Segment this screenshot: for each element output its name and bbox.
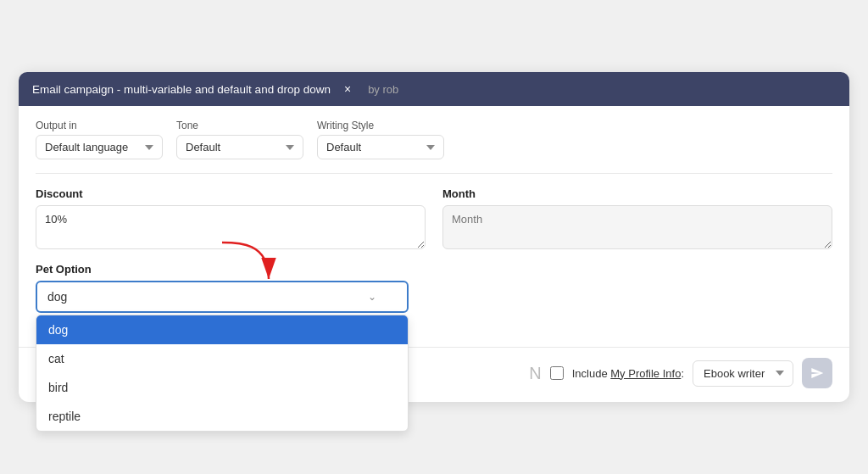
toolbar: Output in Default language English Spani… (36, 120, 832, 174)
n-label: N (529, 364, 541, 383)
discount-label: Discount (36, 187, 426, 200)
pet-option-section: Pet Option dog ⌄ dog (36, 263, 832, 313)
month-group: Month (442, 187, 832, 249)
chevron-down-icon: ⌄ (368, 291, 376, 303)
pet-dropdown-menu: dog cat bird reptile (36, 315, 409, 432)
output-group: Output in Default language English Spani… (36, 120, 163, 159)
my-profile-info-link[interactable]: My Profile Info (610, 367, 681, 380)
tone-select[interactable]: Default Formal Casual Friendly (176, 135, 303, 159)
month-label: Month (442, 187, 832, 200)
dropdown-item-cat[interactable]: cat (36, 344, 408, 373)
output-label: Output in (36, 120, 163, 131)
main-card: Email campaign - multi-variable and defa… (19, 72, 849, 402)
writer-select[interactable]: Ebook writer Blog writer Copywriter (693, 360, 793, 387)
discount-group: Discount 10% (36, 187, 426, 249)
dropdown-item-bird[interactable]: bird (36, 373, 408, 402)
include-text: Include (572, 367, 611, 380)
send-icon (810, 366, 824, 380)
pet-option-label: Pet Option (36, 263, 832, 276)
tone-label: Tone (176, 120, 303, 131)
card-header: Email campaign - multi-variable and defa… (19, 72, 849, 106)
pet-dropdown-selected[interactable]: dog ⌄ (36, 281, 409, 313)
pet-selected-value: dog (47, 290, 67, 304)
style-label: Writing Style (317, 120, 444, 131)
tone-group: Tone Default Formal Casual Friendly (176, 120, 303, 159)
pet-dropdown-wrapper: dog ⌄ dog cat bird reptile (36, 281, 409, 313)
card-body: Output in Default language English Spani… (19, 106, 849, 340)
include-suffix: : (681, 367, 684, 380)
style-select[interactable]: Default Academic Business Creative (317, 135, 444, 159)
style-group: Writing Style Default Academic Business … (317, 120, 444, 159)
dropdown-item-dog[interactable]: dog (36, 315, 408, 344)
send-button[interactable] (802, 358, 832, 388)
include-label: Include My Profile Info: (572, 367, 684, 380)
output-select[interactable]: Default language English Spanish French (36, 135, 163, 159)
by-label: by rob (368, 83, 398, 96)
discount-textarea[interactable]: 10% (36, 205, 426, 249)
month-textarea[interactable] (442, 205, 832, 249)
include-checkbox[interactable] (550, 366, 564, 380)
tab-label: Email campaign - multi-variable and defa… (32, 83, 331, 96)
dropdown-item-reptile[interactable]: reptile (36, 402, 408, 431)
fields-row: Discount 10% Month (36, 187, 832, 249)
close-icon[interactable]: × (344, 82, 351, 96)
